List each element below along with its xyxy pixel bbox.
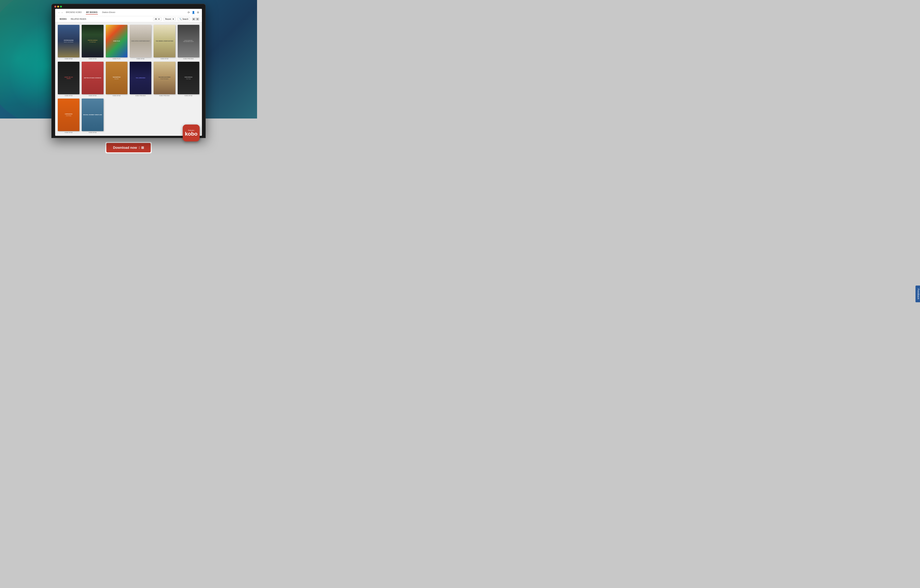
sort-recent-dropdown[interactable]: Recent ▼ [164,17,176,21]
page-wrapper: Escape from email and indulge your love … [0,0,257,164]
list-item[interactable]: Once upon a Northern Night KOBO EPUB [130,25,151,60]
list-item[interactable]: THE ORENDA JOSEPH BOYDEN KOBO EPUB [154,25,175,60]
tab-browse-kobo[interactable]: BROWSE KOBO [65,10,82,15]
book-cover-luminaries: THE LUMINARIES [130,62,151,94]
app-toolbar: ‹ › BROWSE KOBO MY BOOKS Station Eleven … [55,9,202,16]
search-placeholder: Search [182,18,188,20]
traffic-light-green [60,6,62,8]
book-cover-buried-giant: KAZUO ISHIGURO THE BURIED GIANT [178,25,199,57]
platform-icons:  ⊞ [139,145,144,150]
search-box[interactable]: 🔍 Search [178,17,190,21]
traffic-lights [54,6,62,8]
traffic-light-yellow [57,6,59,8]
book-cover-kobo-plus: KOBO PLUS [106,25,127,57]
traffic-light-red [54,6,56,8]
filter-related-reads[interactable]: RELATED READS [69,17,88,21]
book-cover-smitten: smitten kitchen cookbook [82,62,103,94]
toolbar-icons: ⟳ 👤 ⚙ [188,11,199,14]
book-cover-sweetland: MICHAEL CRUMMEY SWEETLAND [82,99,103,131]
list-item[interactable]: KRISTIN HANNAH The Nightingale KOBO EPUB [82,25,103,60]
view-toggle: ⊞ ☰ [192,18,199,21]
book-cover-station-eleven: STATION ELEVEN Emily St. John Mandel [58,25,79,57]
book-grid: STATION ELEVEN Emily St. John Mandel KOB… [55,22,202,136]
book-cover-cockroach: COCK-ROACH Rawi Hage [178,62,199,94]
book-cover-tropic: HENRY MILLER TROPIC [58,62,79,94]
grid-view-button[interactable]: ⊞ [192,18,195,21]
list-item[interactable]: Contagious Jonah Berger KOBO EPUB [58,99,79,133]
filter-books[interactable]: BOOKS [58,17,68,21]
app-tabs: BROWSE KOBO MY BOOKS Station Eleven [65,10,115,15]
book-cover-contagious: Contagious Jonah Berger [58,99,79,131]
list-item[interactable]: THE LUMINARIES KOBO PREVIEW [130,62,151,96]
filter-all-dropdown[interactable]: All ▼ [153,17,162,21]
list-item[interactable]: HENRY MILLER TROPIC KOBO EPUB [58,62,79,96]
list-item[interactable]: THE SUN ALSO RISES Ernest Hemingway KOBO… [154,62,175,96]
list-item[interactable]: THE MARTIAN Andy Weir KOBO EPUB [106,62,127,96]
dropdown-sort-arrow-icon: ▼ [172,18,174,20]
nav-arrows: ‹ › [58,11,63,14]
download-button-label: Download now [113,146,137,150]
list-item[interactable]: KOBO PLUS KOBO PLUS [106,25,127,60]
nav-back[interactable]: ‹ [58,11,60,14]
list-item[interactable]: COCK-ROACH Rawi Hage KOBO EPUB [178,62,199,96]
list-item[interactable]: STATION ELEVEN Emily St. John Mandel KOB… [58,25,79,60]
list-item[interactable]: MICHAEL CRUMMEY SWEETLAND KOBO EPUB [82,99,103,133]
book-cover-sun-rises: THE SUN ALSO RISES Ernest Hemingway [154,62,175,94]
filter-tabs: BOOKS RELATED READS [58,17,88,21]
laptop-frame: ‹ › BROWSE KOBO MY BOOKS Station Eleven … [51,4,206,138]
tab-station-eleven[interactable]: Station Eleven [102,10,116,15]
apple-icon:  [139,146,140,150]
list-view-button[interactable]: ☰ [196,18,199,21]
laptop-wrapper: ‹ › BROWSE KOBO MY BOOKS Station Eleven … [51,4,206,138]
app-screen: ‹ › BROWSE KOBO MY BOOKS Station Eleven … [55,9,202,136]
account-icon[interactable]: 👤 [192,11,195,14]
book-cover-nightingale: KRISTIN HANNAH The Nightingale [82,25,103,57]
list-item[interactable]: smitten kitchen cookbook KOBO EPUB [82,62,103,96]
dropdown-arrow-icon: ▼ [158,18,160,20]
list-item[interactable]: KAZUO ISHIGURO THE BURIED GIANT KOBO PRE… [178,25,199,60]
download-button-wrapper: Download now  ⊞ [105,142,152,153]
book-cover-northern-night: Once upon a Northern Night [130,25,151,57]
refresh-icon[interactable]: ⟳ [188,11,190,14]
book-cover-orenda: THE ORENDA JOSEPH BOYDEN [154,25,175,57]
filter-bar: BOOKS RELATED READS All ▼ Recent ▼ 🔍 S [55,16,202,22]
kobo-name: kobo [185,131,198,137]
download-now-button[interactable]: Download now  ⊞ [106,143,151,152]
tab-my-books[interactable]: MY BOOKS [86,10,98,15]
kobo-brand: Rakuten [188,129,194,131]
book-cover-martian: THE MARTIAN Andy Weir [106,62,127,94]
settings-icon[interactable]: ⚙ [197,11,199,14]
windows-icon: ⊞ [141,145,144,150]
search-icon: 🔍 [179,18,181,20]
nav-forward[interactable]: › [61,11,63,14]
kobo-logo-badge: Rakuten kobo [183,124,200,141]
